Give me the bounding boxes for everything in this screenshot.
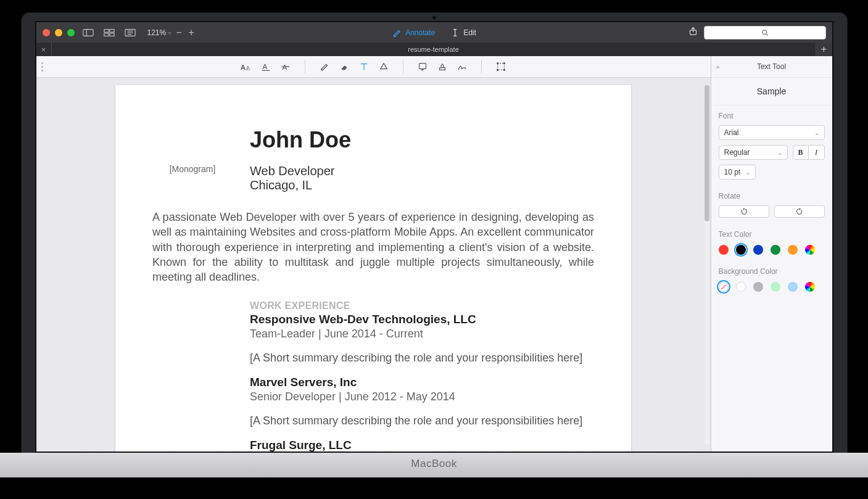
underline-text-icon[interactable]: A [259, 60, 273, 73]
font-family-select[interactable]: Arial ⌄ [719, 125, 825, 140]
text-tool-icon[interactable] [357, 60, 371, 73]
application-window: 121% − + Annotate Edit [36, 22, 832, 452]
tab-close-button[interactable]: × [36, 43, 51, 56]
rotate-cw-button[interactable] [774, 205, 825, 218]
job-item: Frugal Surge, LLC [250, 439, 594, 452]
note-tool-icon[interactable] [416, 60, 429, 73]
titlebar-right [688, 26, 826, 39]
inspector-panel: » Text Tool Sample Font Arial ⌄ [711, 56, 832, 452]
italic-toggle[interactable]: I [809, 145, 825, 160]
document-page: [Monogram] John Doe Web Developer Chicag… [115, 85, 631, 452]
bg-color-light-blue[interactable] [788, 282, 798, 292]
text-color-black[interactable] [736, 245, 746, 255]
vertical-scrollbar[interactable] [705, 85, 709, 444]
job-summary: [A Short summary describing the role and… [250, 414, 594, 427]
edit-mode-label: Edit [463, 28, 476, 37]
inspector-collapse-icon[interactable]: » [716, 63, 720, 70]
text-color-swatches [719, 244, 825, 255]
pencil-tool-icon[interactable] [318, 60, 331, 73]
job-company: Marvel Servers, Inc [250, 376, 594, 389]
svg-rect-0 [83, 29, 93, 36]
bg-color-light-green[interactable] [771, 282, 780, 292]
zoom-value: 121% [147, 28, 167, 37]
svg-point-31 [503, 63, 505, 64]
eraser-tool-icon[interactable] [337, 60, 351, 73]
annotation-toolbar: Aあ A A [36, 56, 711, 78]
selection-tool-icon[interactable] [494, 60, 508, 73]
job-role: Team-Leader | June 2014 - Current [250, 328, 594, 340]
window-minimize-button[interactable] [55, 29, 62, 36]
search-input[interactable] [704, 26, 826, 39]
camera-dot [432, 15, 436, 20]
bg-color-grey[interactable] [753, 282, 763, 292]
text-color-blue[interactable] [753, 245, 763, 255]
annotate-mode-button[interactable]: Annotate [392, 28, 435, 38]
text-color-picker[interactable] [805, 245, 815, 255]
svg-line-17 [766, 34, 767, 35]
text-color-red[interactable] [719, 245, 729, 255]
resume-name: John Doe [250, 127, 594, 153]
rotate-ccw-button[interactable] [719, 205, 769, 218]
svg-point-33 [503, 69, 505, 70]
edit-mode-button[interactable]: Edit [450, 28, 476, 38]
job-item: Marvel Servers, Inc Senior Developer | J… [250, 376, 594, 427]
text-color-orange[interactable] [788, 245, 798, 255]
laptop-bezel-sides: 121% − + Annotate Edit [21, 21, 848, 453]
text-color-label: Text Color [719, 230, 825, 239]
zoom-dropdown[interactable]: 121% [147, 28, 173, 37]
zoom-out-button[interactable]: − [173, 27, 184, 38]
chevron-down-icon: ⌄ [814, 130, 819, 136]
job-company: Responsive Web-Dev Technologies, LLC [250, 313, 594, 326]
job-item: Responsive Web-Dev Technologies, LLC Tea… [250, 313, 594, 365]
text-color-green[interactable] [771, 245, 780, 255]
svg-text:A: A [262, 62, 267, 70]
tab-add-button[interactable]: + [816, 43, 832, 56]
background-color-label: Background Color [719, 267, 825, 276]
window-close-button[interactable] [43, 29, 50, 36]
strike-text-icon[interactable]: A [279, 60, 292, 73]
document-viewport[interactable]: [Monogram] John Doe Web Developer Chicag… [36, 78, 711, 452]
laptop-brand-label: MacBook [411, 458, 457, 470]
resume-summary: A passionate Web Developer with over 5 y… [152, 210, 594, 284]
laptop-bezel-top [21, 12, 848, 21]
svg-rect-2 [104, 29, 108, 32]
zoom-in-button[interactable]: + [186, 27, 197, 38]
background-color-swatches [719, 281, 825, 292]
bg-color-white[interactable] [736, 282, 746, 292]
svg-marker-26 [380, 64, 387, 69]
tab-document[interactable]: resume-template [51, 43, 816, 56]
canvas-area: Aあ A A [36, 56, 711, 452]
font-weight-select[interactable]: Regular ⌄ [719, 145, 788, 160]
bold-italic-group: B I [793, 145, 825, 160]
toolbar-separator [403, 60, 403, 73]
screen: 121% − + Annotate Edit [35, 21, 833, 453]
font-size-value: 10 pt [724, 168, 741, 176]
resume-city: Chicago, IL [250, 178, 594, 192]
job-role: Senior Developer | June 2012 - May 2014 [250, 390, 594, 403]
sample-text: Sample [757, 86, 786, 96]
signature-tool-icon[interactable] [455, 60, 469, 73]
mode-switch: Annotate Edit [392, 28, 476, 38]
resume-role: Web Developer [250, 164, 594, 178]
bold-toggle[interactable]: B [793, 145, 809, 160]
laptop-baseplate: MacBook [0, 453, 868, 477]
share-icon[interactable] [688, 27, 698, 38]
window-fullscreen-button[interactable] [67, 29, 75, 36]
font-size-select[interactable]: 10 pt ⌄ [719, 165, 756, 179]
chevron-down-icon: ⌄ [777, 149, 782, 156]
bg-color-none[interactable] [719, 282, 729, 292]
tab-title-label: resume-template [408, 46, 459, 53]
text-style-icon[interactable]: Aあ [239, 60, 253, 73]
shape-tool-icon[interactable] [377, 60, 391, 73]
stamp-tool-icon[interactable] [436, 60, 449, 73]
sidebar-toggle-icon[interactable] [81, 27, 96, 39]
thumbnail-view-icon[interactable] [102, 27, 117, 39]
scrollbar-thumb[interactable] [705, 85, 709, 221]
toolbar-drag-handle-icon[interactable] [41, 62, 44, 72]
svg-rect-28 [439, 68, 445, 70]
svg-text:あ: あ [246, 65, 250, 71]
svg-text:A: A [241, 64, 246, 71]
page-view-icon[interactable] [123, 27, 138, 39]
bg-color-picker[interactable] [805, 282, 815, 292]
job-summary: [A Short summary describing the role and… [250, 352, 594, 365]
